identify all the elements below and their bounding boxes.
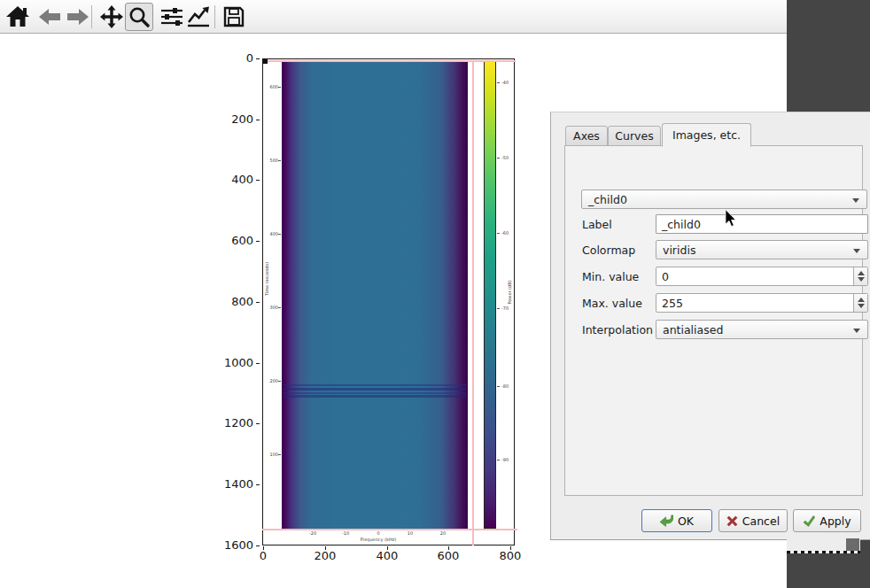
max-value-spinbox[interactable]: 255 [656, 293, 868, 313]
interpolation-field-label: Interpolation [582, 323, 653, 337]
spectrogram-image [282, 60, 468, 529]
colorbar-tick-label: -40 [501, 80, 509, 85]
ok-button-label: OK [678, 514, 694, 528]
rubberband-bottom-line [262, 529, 517, 530]
apply-button[interactable]: Apply [793, 509, 861, 532]
home-icon [6, 6, 29, 27]
colorbar-tick [497, 82, 500, 83]
image-selector-combobox[interactable]: _child0 [581, 190, 867, 209]
inner-x-axis-title: Frequency (kHz) [353, 537, 403, 542]
x-tick-label: 600 [429, 549, 468, 562]
toolbar-separator [214, 5, 215, 28]
home-button[interactable] [4, 3, 32, 31]
ok-icon [660, 514, 673, 527]
mouse-cursor [725, 209, 737, 231]
spectrogram-stripe [284, 384, 466, 386]
ok-button[interactable]: OK [641, 509, 712, 532]
customize-icon [187, 6, 210, 27]
cancel-button[interactable]: Cancel [719, 509, 788, 532]
figure-options-dialog: Axes Curves Images, etc. _child0 Label _… [550, 112, 870, 540]
colorbar-title: Power (dB) [507, 280, 512, 304]
cancel-button-label: Cancel [742, 514, 780, 528]
label-input[interactable]: _child0 [656, 214, 868, 234]
label-field-label: Label [582, 218, 612, 231]
customize-button[interactable] [184, 3, 213, 31]
y-tick [256, 58, 260, 59]
subplots-icon [161, 6, 183, 27]
spin-up-icon [858, 271, 865, 275]
y-tick-label: 1200 [211, 416, 253, 429]
y-tick-label: 800 [211, 295, 253, 308]
colorbar-tick [497, 386, 500, 387]
apply-button-label: Apply [820, 514, 851, 528]
back-icon [39, 8, 60, 26]
toolbar-separator [91, 5, 92, 28]
back-button[interactable] [35, 3, 64, 31]
spinner-buttons[interactable] [853, 294, 867, 312]
spin-up-icon [858, 298, 865, 302]
tab-curves-label: Curves [615, 129, 653, 143]
colorbar-tick-label: -90 [501, 457, 509, 462]
y-tick [256, 423, 260, 424]
x-tick-label: 0 [244, 549, 283, 562]
inner-y-tick-label: 600 [262, 84, 278, 89]
tab-axes[interactable]: Axes [565, 126, 608, 146]
colorbar-tick [497, 158, 500, 159]
inner-y-tick-label: 400 [262, 231, 278, 236]
colorbar-tick [497, 460, 500, 460]
y-tick [256, 302, 260, 303]
min-value: 0 [662, 270, 669, 283]
spinner-buttons[interactable] [853, 267, 867, 285]
y-tick-label: 200 [211, 112, 253, 126]
max-value-field-label: Max. value [582, 297, 642, 310]
inner-x-tick-label: -10 [337, 530, 354, 536]
rubberband-top-line [262, 60, 516, 62]
interpolation-value: antialiased [663, 323, 723, 337]
colorbar-tick-label: -70 [501, 306, 509, 311]
spectrogram-stripe [284, 395, 466, 398]
images-tab-pane: _child0 Label _child0 Colormap viridis M… [564, 145, 863, 496]
selection-dashed-border [787, 551, 860, 553]
cursor-arrow-icon [725, 209, 737, 228]
inner-x-tick-label: 0 [369, 530, 387, 536]
inner-x-tick-label: 20 [434, 530, 452, 536]
label-input-value: _child0 [662, 218, 701, 231]
configure-subplots-button[interactable] [158, 3, 186, 31]
resize-grip[interactable] [846, 538, 859, 551]
inner-y-tick [278, 87, 281, 88]
y-tick-label: 1000 [211, 356, 253, 369]
inner-y-tick [278, 381, 281, 382]
colormap-value: viridis [663, 244, 695, 257]
max-value: 255 [662, 297, 683, 310]
chevron-down-icon [853, 329, 860, 333]
y-tick-label: 600 [211, 234, 253, 247]
image-selector-value: _child0 [588, 193, 627, 206]
y-tick-label: 0 [211, 51, 253, 65]
zoom-button[interactable] [125, 3, 153, 31]
min-value-field-label: Min. value [582, 270, 639, 283]
spectrogram-stripe [284, 388, 466, 391]
inner-y-axis-title: Time (seconds) [264, 262, 269, 296]
pan-button[interactable] [97, 3, 126, 31]
zoom-icon [128, 6, 150, 27]
tab-curves[interactable]: Curves [608, 126, 661, 146]
save-button[interactable] [220, 3, 248, 31]
x-tick-label: 200 [306, 549, 345, 562]
cancel-icon [726, 515, 738, 527]
spin-down-icon [858, 304, 865, 308]
inner-y-tick-label: 300 [262, 305, 278, 310]
inner-y-tick-label: 100 [262, 452, 278, 457]
y-tick [256, 180, 260, 181]
tab-images[interactable]: Images, etc. [662, 123, 751, 147]
inner-x-tick-label: 10 [401, 530, 419, 536]
inner-y-tick-label: 500 [262, 158, 278, 163]
chevron-down-icon [852, 198, 859, 203]
chevron-down-icon [853, 249, 860, 253]
inner-y-tick [278, 160, 281, 161]
tab-axes-label: Axes [573, 129, 600, 143]
min-value-spinbox[interactable]: 0 [656, 267, 868, 286]
interpolation-combobox[interactable]: antialiased [656, 320, 868, 339]
forward-button[interactable] [64, 3, 92, 31]
colormap-combobox[interactable]: viridis [656, 240, 868, 259]
apply-icon [803, 515, 815, 527]
